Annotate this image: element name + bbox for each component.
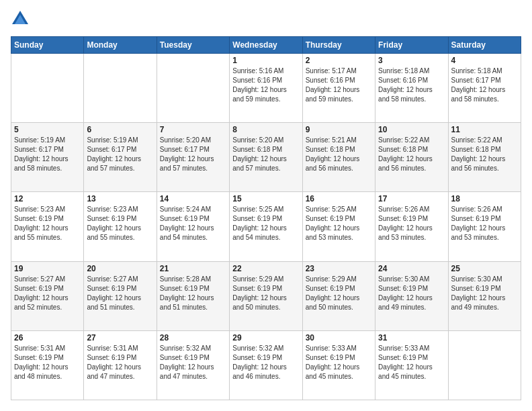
weekday-header-wednesday: Wednesday [230, 37, 302, 54]
day-number: 14 [160, 194, 226, 203]
calendar-cell: 16Sunrise: 5:25 AMSunset: 6:19 PMDayligh… [302, 192, 375, 261]
calendar-cell: 6Sunrise: 5:19 AMSunset: 6:17 PMDaylight… [84, 123, 157, 192]
calendar-cell: 17Sunrise: 5:26 AMSunset: 6:19 PMDayligh… [375, 192, 448, 261]
calendar-cell: 26Sunrise: 5:31 AMSunset: 6:19 PMDayligh… [11, 330, 84, 400]
day-number: 2 [306, 56, 372, 65]
logo [11, 11, 32, 30]
day-info: Sunrise: 5:33 AMSunset: 6:19 PMDaylight:… [378, 344, 445, 381]
calendar-cell: 4Sunrise: 5:18 AMSunset: 6:17 PMDaylight… [448, 54, 521, 123]
calendar-cell: 15Sunrise: 5:25 AMSunset: 6:19 PMDayligh… [230, 192, 302, 261]
calendar-cell: 31Sunrise: 5:33 AMSunset: 6:19 PMDayligh… [375, 330, 448, 400]
weekday-row: SundayMondayTuesdayWednesdayThursdayFrid… [11, 37, 521, 54]
day-number: 4 [451, 56, 518, 65]
day-number: 24 [378, 264, 445, 273]
calendar-cell: 29Sunrise: 5:32 AMSunset: 6:19 PMDayligh… [230, 330, 302, 400]
calendar-cell: 9Sunrise: 5:21 AMSunset: 6:18 PMDaylight… [302, 123, 375, 192]
calendar-cell: 10Sunrise: 5:22 AMSunset: 6:18 PMDayligh… [375, 123, 448, 192]
day-info: Sunrise: 5:31 AMSunset: 6:19 PMDaylight:… [14, 344, 81, 381]
day-info: Sunrise: 5:17 AMSunset: 6:16 PMDaylight:… [306, 66, 372, 104]
calendar-cell [84, 54, 157, 123]
day-number: 7 [160, 125, 226, 134]
logo-icon [11, 9, 30, 28]
weekday-header-saturday: Saturday [448, 37, 521, 54]
day-number: 18 [451, 194, 518, 203]
header [11, 11, 521, 30]
page: SundayMondayTuesdayWednesdayThursdayFrid… [0, 0, 532, 411]
day-info: Sunrise: 5:23 AMSunset: 6:19 PMDaylight:… [87, 205, 153, 242]
calendar-cell: 30Sunrise: 5:33 AMSunset: 6:19 PMDayligh… [302, 330, 375, 400]
day-number: 22 [232, 264, 299, 273]
calendar-body: 1Sunrise: 5:16 AMSunset: 6:16 PMDaylight… [11, 54, 521, 400]
day-info: Sunrise: 5:19 AMSunset: 6:17 PMDaylight:… [87, 136, 153, 173]
day-number: 12 [14, 194, 81, 203]
calendar-cell [157, 54, 229, 123]
day-number: 19 [14, 264, 81, 273]
calendar-cell: 23Sunrise: 5:29 AMSunset: 6:19 PMDayligh… [302, 261, 375, 330]
calendar-cell: 18Sunrise: 5:26 AMSunset: 6:19 PMDayligh… [448, 192, 521, 261]
day-number: 25 [451, 264, 518, 273]
calendar-cell: 25Sunrise: 5:30 AMSunset: 6:19 PMDayligh… [448, 261, 521, 330]
day-number: 11 [451, 125, 518, 134]
day-number: 3 [378, 56, 445, 65]
day-info: Sunrise: 5:27 AMSunset: 6:19 PMDaylight:… [87, 275, 153, 312]
day-number: 30 [306, 333, 372, 342]
calendar-cell: 8Sunrise: 5:20 AMSunset: 6:18 PMDaylight… [230, 123, 302, 192]
day-number: 21 [160, 264, 226, 273]
calendar-week-1: 1Sunrise: 5:16 AMSunset: 6:16 PMDaylight… [11, 54, 521, 123]
day-number: 20 [87, 264, 153, 273]
day-info: Sunrise: 5:21 AMSunset: 6:18 PMDaylight:… [306, 136, 372, 173]
day-info: Sunrise: 5:20 AMSunset: 6:17 PMDaylight:… [160, 136, 226, 173]
day-number: 13 [87, 194, 153, 203]
weekday-header-tuesday: Tuesday [157, 37, 229, 54]
day-info: Sunrise: 5:22 AMSunset: 6:18 PMDaylight:… [378, 136, 445, 173]
day-number: 17 [378, 194, 445, 203]
day-number: 6 [87, 125, 153, 134]
day-number: 1 [232, 56, 299, 65]
calendar-cell: 24Sunrise: 5:30 AMSunset: 6:19 PMDayligh… [375, 261, 448, 330]
calendar-header: SundayMondayTuesdayWednesdayThursdayFrid… [11, 37, 521, 54]
calendar-cell [11, 54, 84, 123]
day-info: Sunrise: 5:18 AMSunset: 6:16 PMDaylight:… [378, 66, 445, 104]
day-number: 23 [306, 264, 372, 273]
day-info: Sunrise: 5:30 AMSunset: 6:19 PMDaylight:… [451, 275, 518, 312]
day-info: Sunrise: 5:22 AMSunset: 6:18 PMDaylight:… [451, 136, 518, 173]
day-info: Sunrise: 5:33 AMSunset: 6:19 PMDaylight:… [306, 344, 372, 381]
calendar-cell: 5Sunrise: 5:19 AMSunset: 6:17 PMDaylight… [11, 123, 84, 192]
day-number: 26 [14, 333, 81, 342]
calendar-cell: 21Sunrise: 5:28 AMSunset: 6:19 PMDayligh… [157, 261, 229, 330]
calendar-cell: 14Sunrise: 5:24 AMSunset: 6:19 PMDayligh… [157, 192, 229, 261]
weekday-header-monday: Monday [84, 37, 157, 54]
day-number: 9 [306, 125, 372, 134]
calendar-cell: 28Sunrise: 5:32 AMSunset: 6:19 PMDayligh… [157, 330, 229, 400]
day-info: Sunrise: 5:30 AMSunset: 6:19 PMDaylight:… [378, 275, 445, 312]
day-info: Sunrise: 5:26 AMSunset: 6:19 PMDaylight:… [451, 205, 518, 242]
calendar-cell: 12Sunrise: 5:23 AMSunset: 6:19 PMDayligh… [11, 192, 84, 261]
day-info: Sunrise: 5:29 AMSunset: 6:19 PMDaylight:… [232, 275, 299, 312]
calendar-cell: 11Sunrise: 5:22 AMSunset: 6:18 PMDayligh… [448, 123, 521, 192]
day-info: Sunrise: 5:29 AMSunset: 6:19 PMDaylight:… [306, 275, 372, 312]
calendar-cell: 13Sunrise: 5:23 AMSunset: 6:19 PMDayligh… [84, 192, 157, 261]
day-info: Sunrise: 5:16 AMSunset: 6:16 PMDaylight:… [232, 66, 299, 104]
day-info: Sunrise: 5:32 AMSunset: 6:19 PMDaylight:… [232, 344, 299, 381]
weekday-header-sunday: Sunday [11, 37, 84, 54]
calendar-week-4: 19Sunrise: 5:27 AMSunset: 6:19 PMDayligh… [11, 261, 521, 330]
day-number: 28 [160, 333, 226, 342]
day-number: 5 [14, 125, 81, 134]
day-number: 16 [306, 194, 372, 203]
day-info: Sunrise: 5:18 AMSunset: 6:17 PMDaylight:… [451, 66, 518, 104]
day-number: 8 [232, 125, 299, 134]
calendar-week-3: 12Sunrise: 5:23 AMSunset: 6:19 PMDayligh… [11, 192, 521, 261]
day-number: 31 [378, 333, 445, 342]
day-info: Sunrise: 5:19 AMSunset: 6:17 PMDaylight:… [14, 136, 81, 173]
calendar-cell: 1Sunrise: 5:16 AMSunset: 6:16 PMDaylight… [230, 54, 302, 123]
calendar-cell: 7Sunrise: 5:20 AMSunset: 6:17 PMDaylight… [157, 123, 229, 192]
calendar-week-2: 5Sunrise: 5:19 AMSunset: 6:17 PMDaylight… [11, 123, 521, 192]
day-number: 27 [87, 333, 153, 342]
calendar-cell: 22Sunrise: 5:29 AMSunset: 6:19 PMDayligh… [230, 261, 302, 330]
day-info: Sunrise: 5:32 AMSunset: 6:19 PMDaylight:… [160, 344, 226, 381]
calendar-table: SundayMondayTuesdayWednesdayThursdayFrid… [11, 36, 521, 400]
calendar-week-5: 26Sunrise: 5:31 AMSunset: 6:19 PMDayligh… [11, 330, 521, 400]
day-info: Sunrise: 5:24 AMSunset: 6:19 PMDaylight:… [160, 205, 226, 242]
day-number: 10 [378, 125, 445, 134]
calendar-cell: 3Sunrise: 5:18 AMSunset: 6:16 PMDaylight… [375, 54, 448, 123]
